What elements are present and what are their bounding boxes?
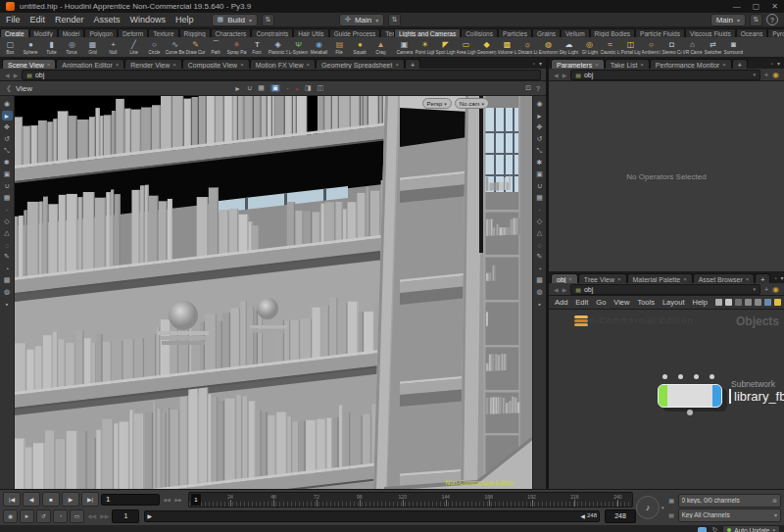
jump-to-end-button[interactable]: ▶| bbox=[81, 492, 99, 507]
pane-split-icon[interactable]: ▫ bbox=[774, 275, 776, 281]
shelf-tab-create[interactable]: Create bbox=[0, 28, 29, 37]
flipbook-icon[interactable]: △ bbox=[534, 228, 545, 238]
playbar-options-button[interactable]: ▭ bbox=[70, 509, 84, 523]
minimize-button[interactable]: — bbox=[733, 2, 741, 11]
pane-tab-scene-view[interactable]: Scene View× bbox=[2, 59, 56, 69]
scene-path-field[interactable]: ▤ obj bbox=[22, 70, 541, 80]
shelf-tool-metaball[interactable]: ◉Metaball bbox=[309, 37, 329, 57]
pane-tab-asset-browser[interactable]: Asset Browser× bbox=[693, 273, 756, 283]
camera-icon[interactable]: ▪ bbox=[534, 299, 545, 309]
shelf-tool-distant-light[interactable]: ☼Distant Light bbox=[517, 37, 538, 57]
back-arrow-icon[interactable]: ◀ bbox=[554, 286, 559, 293]
back-arrow-icon[interactable]: ◀ bbox=[554, 72, 559, 78]
shelf-tool-geometry-light[interactable]: ◆Geometry Light bbox=[476, 37, 497, 57]
shelf-tool-null[interactable]: +Null bbox=[103, 37, 123, 57]
pane-tab-parameters[interactable]: Parameters× bbox=[551, 59, 605, 69]
pane-menu-icon[interactable]: ▾ bbox=[777, 60, 780, 67]
select-points-tool[interactable]: · bbox=[2, 205, 13, 215]
brush-tool[interactable]: ✎ bbox=[2, 252, 13, 262]
refresh-icon[interactable]: ↻ bbox=[711, 526, 717, 532]
update-mode-dropdown[interactable]: Auto Update ▾ bbox=[722, 525, 780, 532]
params-path-field[interactable]: ▤ obj ▾ bbox=[570, 70, 760, 80]
shelf-tool-gi-light[interactable]: ◎GI Light bbox=[579, 37, 600, 57]
pane-tab-geometry-spreadsheet[interactable]: Geometry Spreadsheet× bbox=[316, 59, 405, 69]
menu-file[interactable]: File bbox=[6, 15, 21, 24]
isolate-tool[interactable]: ▩ bbox=[2, 275, 13, 285]
pane-tab-tree-view[interactable]: Tree View× bbox=[578, 273, 627, 283]
shelf-tab-terrain-fx[interactable]: Terrain FX bbox=[380, 28, 394, 37]
play-button[interactable]: ▶ bbox=[62, 492, 79, 507]
forward-arrow-icon[interactable]: ▶ bbox=[563, 286, 567, 293]
visibility-tool[interactable]: ◍ bbox=[2, 287, 13, 297]
shelf-tab-vellum[interactable]: Vellum bbox=[561, 28, 590, 37]
shelf-tool-spot-light[interactable]: ◤Spot Light bbox=[435, 37, 456, 57]
close-tab-icon[interactable]: × bbox=[640, 62, 644, 68]
shelf-tab-guide-process[interactable]: Guide Process bbox=[329, 28, 381, 37]
shelf-tab-collisions[interactable]: Collisions bbox=[461, 28, 498, 37]
close-tab-icon[interactable]: × bbox=[617, 276, 621, 282]
shelf-tool-sphere[interactable]: ●Sphere bbox=[21, 37, 41, 57]
shelf-tool-caustic-light[interactable]: ≈Caustic Light bbox=[600, 37, 620, 57]
lighting-icon[interactable]: ✱ bbox=[534, 158, 545, 168]
keys-summary-button[interactable]: 0 keys, 0/0 channels⊕ bbox=[678, 494, 781, 508]
network-menu-tools[interactable]: Tools bbox=[637, 298, 655, 307]
close-tab-icon[interactable]: × bbox=[746, 276, 750, 282]
shelf-tool-surround-camera[interactable]: ◙Surround Camera bbox=[723, 37, 744, 57]
next-key-button[interactable]: ▶▶ bbox=[173, 494, 183, 506]
back-arrow-icon[interactable]: ◀ bbox=[5, 72, 10, 78]
network-menu-layout[interactable]: Layout bbox=[662, 298, 685, 307]
pane-tab-animation-editor[interactable]: Animation Editor× bbox=[56, 59, 124, 69]
shelf-tool-torus[interactable]: ◎Torus bbox=[62, 37, 82, 57]
perspective-icon[interactable]: ◉ bbox=[534, 99, 545, 109]
desktop-reorder-button[interactable]: ⇅ bbox=[262, 14, 274, 26]
pin-icon[interactable]: + bbox=[764, 72, 768, 78]
sticky-note-icon[interactable] bbox=[774, 299, 781, 306]
shelf-tab-polygon[interactable]: Polygon bbox=[84, 28, 118, 37]
subnet-node[interactable] bbox=[658, 384, 722, 408]
shelf-tab-modify[interactable]: Modify bbox=[29, 28, 58, 37]
move-tool[interactable]: ✥ bbox=[2, 122, 13, 132]
camera-select-button[interactable]: No cam ▾ bbox=[455, 98, 489, 109]
range-start-handle[interactable]: ▶ bbox=[147, 512, 152, 519]
network-editor[interactable]: Non-Commercial Edition Objects Subnetwor… bbox=[549, 310, 784, 489]
shelf-tool-draw-curve[interactable]: ✎Draw Curve bbox=[185, 37, 206, 57]
network-menu-help[interactable]: Help bbox=[692, 298, 707, 307]
pane-tab-motion-fx-view[interactable]: Motion FX View× bbox=[250, 59, 316, 69]
shelf-tool-switcher[interactable]: ⇄Switcher bbox=[703, 37, 723, 57]
cursor-icon[interactable] bbox=[725, 299, 732, 306]
current-frame-field[interactable]: 1 bbox=[101, 494, 160, 506]
drag-handle-icon[interactable]: ❮ bbox=[6, 84, 11, 92]
snap-icon[interactable] bbox=[764, 299, 771, 306]
wireframe-icon[interactable]: ✥ bbox=[534, 122, 545, 132]
shelf-tool-l-system[interactable]: ΨL-System bbox=[288, 37, 309, 57]
paint-tool[interactable]: ◔ bbox=[2, 264, 13, 273]
menu-render[interactable]: Render bbox=[55, 15, 84, 24]
grid-a-icon[interactable] bbox=[745, 299, 752, 306]
grid-icon[interactable]: ∪ bbox=[534, 181, 545, 191]
shelf-tool-spray-paint[interactable]: ✳Spray Paint bbox=[226, 37, 247, 57]
add-pane-tab-button[interactable]: + bbox=[405, 59, 420, 69]
close-tab-icon[interactable]: × bbox=[722, 62, 726, 68]
select-tool[interactable]: ► bbox=[2, 111, 13, 121]
shelf-tab-model[interactable]: Model bbox=[58, 28, 85, 37]
close-tab-icon[interactable]: × bbox=[172, 62, 176, 68]
pane-tab-performance-monitor[interactable]: Performance Monitor× bbox=[650, 59, 732, 69]
divider-dot-icon[interactable]: · bbox=[286, 85, 288, 92]
close-tab-icon[interactable]: × bbox=[568, 276, 572, 282]
snap-grid-tool[interactable]: ▦ bbox=[2, 193, 13, 203]
view-tool[interactable]: ◉ bbox=[2, 99, 13, 109]
shelf-tool-box[interactable]: ▢Box bbox=[0, 37, 21, 57]
help-icon[interactable]: ? bbox=[536, 85, 540, 92]
shelf-tool-file[interactable]: ▤File bbox=[329, 37, 350, 57]
close-tab-icon[interactable]: × bbox=[595, 62, 599, 68]
radial-menu-selector[interactable]: ✣ Main ▾ bbox=[339, 14, 384, 26]
animation-options-button[interactable]: ♪ bbox=[636, 496, 660, 519]
snap-3d-tool[interactable]: ∪ bbox=[2, 181, 13, 191]
pane-split-icon[interactable]: ▫ bbox=[771, 61, 773, 67]
close-tab-icon[interactable]: × bbox=[47, 62, 51, 68]
pane-tab-render-view[interactable]: Render View× bbox=[124, 59, 181, 69]
network-path-field[interactable]: ▤ obj ▾ bbox=[570, 284, 760, 295]
shelf-tool-environment-light[interactable]: ◍Environment Light bbox=[538, 37, 559, 57]
material-icon[interactable]: ⤡ bbox=[534, 146, 545, 156]
info-icon[interactable]: ◍ bbox=[534, 287, 545, 297]
